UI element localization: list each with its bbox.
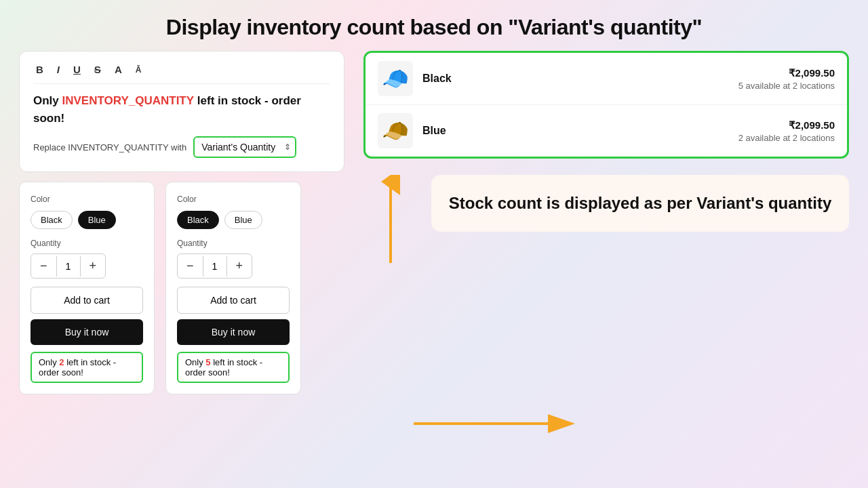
product-image-black: 🧢 (378, 61, 413, 96)
stock-badge-right: Only 5 left in stock - order soon! (177, 352, 290, 383)
font-color-button[interactable]: A (112, 62, 125, 77)
replace-select[interactable]: Variant's Quantity Location Quantity Tot… (193, 136, 296, 158)
stock-num-right: 5 (205, 357, 210, 367)
arrow-up-svg (370, 175, 411, 270)
product-stock-black: 5 available at 2 locations (738, 81, 835, 91)
color-buttons-left: Black Blue (31, 211, 143, 229)
qty-label-left: Quantity (31, 239, 143, 248)
color-btn-blue-right[interactable]: Blue (224, 211, 262, 229)
color-btn-blue-left[interactable]: Blue (78, 211, 116, 229)
color-btn-black-right[interactable]: Black (177, 211, 219, 229)
right-panel: 🧢 Black ₹2,099.50 5 available at 2 locat… (344, 51, 849, 481)
font-size-button[interactable]: Ā (133, 62, 144, 77)
color-label-left: Color (31, 195, 143, 204)
qty-value-left: 1 (56, 256, 81, 277)
arrow-up-container (363, 168, 418, 270)
editor-box: B I U S A Ā Only INVENTORY_QUANTITY left… (19, 51, 344, 172)
italic-button[interactable]: I (54, 62, 62, 77)
editor-toolbar: B I U S A Ā (33, 62, 330, 84)
inventory-row-black: 🧢 Black ₹2,099.50 5 available at 2 locat… (366, 53, 847, 105)
qty-plus-left[interactable]: + (81, 254, 106, 278)
left-panel: B I U S A Ā Only INVENTORY_QUANTITY left… (19, 51, 344, 481)
product-card-left: Color Black Blue Quantity − 1 + Add to c… (19, 182, 155, 394)
inventory-quantity-placeholder: INVENTORY_QUANTITY (62, 94, 195, 107)
qty-label-right: Quantity (177, 239, 290, 248)
underline-button[interactable]: U (71, 62, 83, 77)
title-quote: " (508, 15, 518, 39)
color-btn-black-left[interactable]: Black (31, 211, 73, 229)
product-info-black: ₹2,099.50 5 available at 2 locations (738, 67, 835, 91)
strikethrough-button[interactable]: S (92, 62, 104, 77)
stock-num-left: 2 (59, 357, 64, 367)
add-to-cart-left[interactable]: Add to cart (31, 287, 143, 314)
qty-value-right: 1 (203, 256, 227, 277)
inventory-table: 🧢 Black ₹2,099.50 5 available at 2 locat… (363, 51, 849, 159)
qty-minus-left[interactable]: − (31, 254, 56, 278)
qty-row-left: − 1 + (31, 253, 106, 279)
buy-now-right[interactable]: Buy it now (177, 319, 290, 345)
qty-minus-right[interactable]: − (178, 254, 203, 278)
info-box: Stock count is displayed as per Variant'… (431, 175, 849, 232)
replace-select-wrapper[interactable]: Variant's Quantity Location Quantity Tot… (193, 136, 296, 158)
replace-row: Replace INVENTORY_QUANTITY with Variant'… (33, 136, 330, 158)
product-price-blue: ₹2,099.50 (738, 119, 835, 131)
product-name-blue: Blue (422, 125, 729, 137)
replace-label: Replace INVENTORY_QUANTITY with (33, 142, 186, 152)
product-stock-blue: 2 available at 2 locations (738, 133, 835, 143)
product-price-black: ₹2,099.50 (738, 67, 835, 79)
add-to-cart-right[interactable]: Add to cart (177, 287, 290, 314)
product-image-blue: 🧢 (378, 113, 413, 148)
qty-row-right: − 1 + (177, 253, 252, 279)
color-buttons-right: Black Blue (177, 211, 290, 229)
qty-plus-right[interactable]: + (227, 254, 252, 278)
stock-badge-left: Only 2 left in stock - order soon! (31, 352, 143, 383)
product-card-right: Color Black Blue Quantity − 1 + Add to c… (165, 182, 301, 394)
bold-button[interactable]: B (33, 62, 46, 77)
inventory-row-blue: 🧢 Blue ₹2,099.50 2 available at 2 locati… (366, 105, 847, 157)
buy-now-left[interactable]: Buy it now (31, 319, 143, 345)
page-title: Display inventory count based on "Varian… (0, 0, 868, 51)
color-label-right: Color (177, 195, 290, 204)
info-box-text: Stock count is displayed as per Variant'… (449, 194, 832, 212)
product-info-blue: ₹2,099.50 2 available at 2 locations (738, 119, 835, 143)
product-cards: Color Black Blue Quantity − 1 + Add to c… (19, 182, 344, 394)
editor-content: Only INVENTORY_QUANTITY left in stock - … (33, 92, 330, 127)
product-name-black: Black (422, 73, 729, 85)
